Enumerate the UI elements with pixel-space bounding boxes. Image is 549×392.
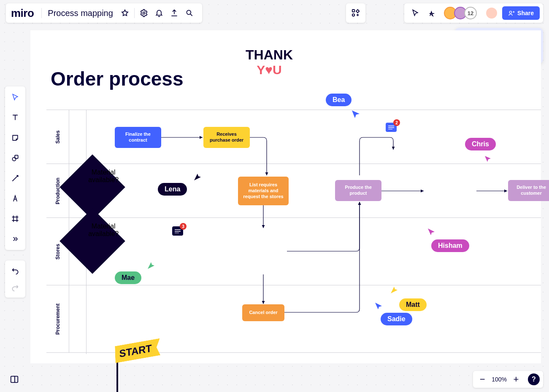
undo-button[interactable] (8, 263, 23, 278)
zoom-in[interactable]: + (510, 373, 522, 385)
reactions-icon[interactable] (425, 5, 440, 21)
svg-rect-16 (175, 231, 181, 232)
sticker-start[interactable]: START (115, 342, 160, 392)
cursor-label-mae: Mae (115, 271, 141, 284)
more-tools[interactable] (7, 231, 24, 247)
node-produce[interactable]: Produce the product (335, 180, 381, 201)
comment-count-1: 2 (393, 119, 400, 126)
comment-badge-1[interactable]: 2 (386, 123, 397, 132)
cursor-label-bea: Bea (326, 94, 352, 106)
lane-label-procurement: Procurement (55, 303, 61, 334)
start-flag: START (115, 338, 160, 363)
zoom-value[interactable]: 100% (492, 376, 507, 383)
svg-rect-14 (388, 129, 392, 129)
select-tool[interactable] (7, 89, 24, 106)
svg-rect-2 (352, 10, 355, 12)
undo-toolbar (5, 260, 25, 298)
svg-marker-3 (356, 10, 359, 13)
cursor-sadie: Sadie (381, 313, 412, 325)
cursor-arrow-matt (390, 286, 398, 294)
upload-icon[interactable] (167, 5, 182, 21)
lane-label-production: Production (55, 177, 61, 204)
cursor-arrow-sadie (374, 302, 383, 310)
star-icon[interactable] (117, 5, 133, 21)
svg-point-0 (143, 12, 145, 14)
lane-label-sales: Sales (55, 130, 61, 143)
svg-rect-12 (388, 126, 394, 126)
cursor-icon[interactable] (408, 5, 423, 21)
cursor-label-matt: Matt (399, 298, 427, 311)
sticker-thank-line2: Y♥U (246, 63, 293, 77)
node-finalize[interactable]: Finalize the contract (115, 127, 161, 148)
svg-point-10 (12, 157, 16, 161)
avatar-count[interactable]: 12 (464, 7, 477, 19)
svg-rect-13 (388, 127, 394, 128)
zoom-controls: − 100% + ? (473, 371, 543, 388)
svg-point-5 (509, 11, 511, 13)
shapes-tool[interactable] (7, 150, 24, 166)
share-label: Share (517, 10, 534, 16)
divider (134, 8, 135, 18)
panel-toggle[interactable] (6, 371, 23, 388)
lane-label-stores: Stores (55, 244, 61, 259)
comment-badge-2[interactable]: 3 (172, 226, 183, 236)
cursor-arrow-hisham (427, 228, 435, 236)
topbar-left: miro Process mapping (6, 3, 202, 23)
cursor-matt: Matt (399, 298, 427, 311)
logo[interactable]: miro (11, 7, 34, 20)
cursor-mae: Mae (115, 271, 141, 284)
flag-pole (116, 359, 118, 392)
frame-tool[interactable] (7, 210, 24, 227)
redo-button[interactable] (8, 280, 23, 295)
board-title[interactable]: Order process (51, 67, 183, 90)
cursor-lena: Lena (158, 183, 187, 196)
topbar-right: 12 Share (404, 3, 543, 23)
board-name[interactable]: Process mapping (43, 8, 117, 18)
svg-rect-15 (175, 229, 181, 230)
cursor-arrow-lena (193, 173, 203, 182)
node-deliver[interactable]: Deliver to the customer (508, 180, 549, 201)
cursor-label-lena: Lena (158, 183, 187, 196)
cursor-hisham: Hisham (431, 239, 469, 252)
cursor-label-hisham: Hisham (431, 239, 469, 252)
line-tool[interactable] (7, 170, 24, 187)
cursor-arrow-chris (484, 155, 492, 164)
board-canvas[interactable]: Order process THANK Y♥U Sales Finalize t… (30, 30, 541, 363)
sticker-thank-line1: THANK (246, 47, 293, 63)
zoom-out[interactable]: − (476, 373, 488, 385)
lane-sales: Sales Finalize the contract Receives pur… (46, 110, 541, 164)
lane-production: Production List requires materials and r… (46, 164, 541, 218)
pen-tool[interactable] (7, 190, 24, 207)
node-receive[interactable]: Receives purchase order (203, 127, 250, 148)
settings-icon[interactable] (136, 5, 151, 21)
node-cancel[interactable]: Cancel order (242, 304, 284, 321)
text-tool[interactable] (7, 109, 24, 126)
divider (41, 8, 42, 18)
left-toolbar (5, 86, 25, 250)
avatar-self[interactable] (485, 7, 498, 19)
cursor-label-chris: Chris (465, 138, 496, 150)
cursor-arrow-bea (351, 110, 361, 120)
help-button[interactable]: ? (528, 373, 540, 385)
cursor-chris: Chris (465, 138, 496, 150)
comment-count-2: 3 (180, 223, 187, 230)
cursor-label-sadie: Sadie (381, 313, 412, 325)
svg-point-1 (187, 10, 191, 14)
avatars[interactable]: 12 (444, 7, 477, 19)
node-list[interactable]: List requires materials and request the … (238, 177, 289, 205)
share-button[interactable]: Share (502, 6, 540, 20)
apps-button[interactable] (346, 3, 365, 23)
search-icon[interactable] (182, 5, 197, 21)
cursor-bea: Bea (326, 94, 352, 106)
cursor-arrow-mae (147, 261, 156, 271)
sticker-thank-you[interactable]: THANK Y♥U (246, 47, 293, 77)
bell-icon[interactable] (151, 5, 167, 21)
sticky-tool[interactable] (7, 129, 24, 146)
svg-rect-17 (175, 233, 179, 233)
svg-point-4 (352, 14, 355, 16)
node-material-1[interactable]: Material available? (59, 208, 125, 274)
